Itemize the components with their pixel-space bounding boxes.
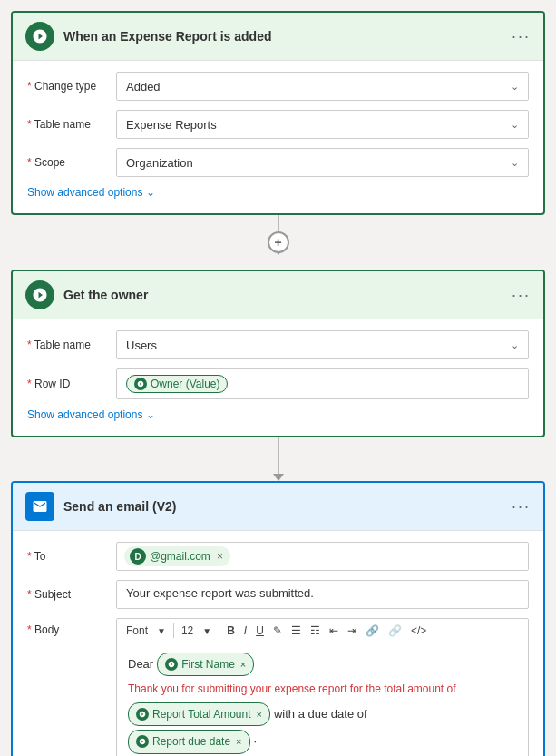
outlook-icon bbox=[25, 492, 54, 521]
total-line: Report Total Amount × with a due date of bbox=[128, 702, 517, 726]
with-due-text: with a due date of bbox=[274, 704, 367, 724]
connector-2 bbox=[273, 437, 284, 481]
table-name-row: Table name Expense Reports ⌄ bbox=[27, 110, 529, 139]
to-input[interactable]: D @gmail.com × bbox=[116, 542, 529, 571]
dear-text: Dear bbox=[128, 654, 153, 674]
bold-button[interactable]: B bbox=[223, 623, 239, 639]
change-type-label: Change type bbox=[27, 80, 109, 93]
step2-card: Send an email (V2) ··· To D @gmail.com ×… bbox=[11, 481, 545, 756]
unlink-button[interactable]: 🔗 bbox=[385, 623, 405, 639]
trigger-menu[interactable]: ··· bbox=[512, 27, 531, 46]
link-button[interactable]: 🔗 bbox=[362, 623, 383, 639]
change-type-chevron: ⌄ bbox=[511, 81, 519, 93]
connector-arrow-2 bbox=[273, 474, 284, 481]
font-select[interactable]: Font bbox=[122, 623, 151, 639]
body-content: Dear First Name × Thank you for submitti… bbox=[117, 643, 528, 756]
align-left-button[interactable]: ⇤ bbox=[326, 623, 342, 639]
report-due-chip: Report due date × bbox=[128, 730, 250, 753]
first-name-chip-icon bbox=[165, 658, 178, 671]
to-row: To D @gmail.com × bbox=[27, 542, 529, 571]
scope-input[interactable]: Organization ⌄ bbox=[116, 148, 529, 177]
trigger-icon bbox=[25, 22, 54, 51]
size-chevron[interactable]: ▼ bbox=[199, 624, 215, 638]
align-right-button[interactable]: ⇥ bbox=[344, 623, 360, 639]
font-size[interactable]: 12 bbox=[178, 623, 197, 639]
owner-chip-icon bbox=[134, 378, 147, 390]
report-total-chip: Report Total Amount × bbox=[128, 702, 270, 726]
toolbar-sep1 bbox=[173, 623, 174, 638]
code-button[interactable]: </> bbox=[407, 623, 430, 639]
italic-button[interactable]: I bbox=[240, 623, 250, 639]
scope-row: Scope Organization ⌄ bbox=[27, 148, 529, 177]
step1-advanced-label: Show advanced options bbox=[27, 408, 142, 421]
first-name-chip: First Name × bbox=[157, 653, 254, 676]
thank-you-line: Thank you for submitting your expense re… bbox=[128, 680, 517, 698]
due-date-line: Report due date × · bbox=[128, 730, 517, 753]
body-label: Body bbox=[27, 623, 109, 636]
step1-table-input[interactable]: Users ⌄ bbox=[116, 330, 529, 359]
trigger-advanced-label: Show advanced options bbox=[27, 186, 142, 199]
add-step-button[interactable]: + bbox=[268, 231, 289, 253]
owner-chip-label: Owner (Value) bbox=[151, 378, 219, 390]
list-ul-button[interactable]: ☰ bbox=[288, 623, 305, 639]
change-type-value: Added bbox=[126, 80, 161, 93]
scope-label: Scope bbox=[27, 156, 109, 169]
report-total-label: Report Total Amount bbox=[152, 705, 251, 723]
first-name-chip-close[interactable]: × bbox=[240, 656, 246, 673]
owner-chip: Owner (Value) bbox=[126, 375, 228, 393]
step1-table-value: Users bbox=[126, 339, 157, 352]
report-due-close[interactable]: × bbox=[236, 733, 241, 751]
step2-menu[interactable]: ··· bbox=[512, 497, 531, 516]
body-toolbar: Font ▼ 12 ▼ B I U ✎ ☰ ☶ ⇤ ⇥ 🔗 bbox=[117, 619, 528, 643]
step1-rowid-row: Row ID Owner (Value) bbox=[27, 368, 529, 399]
list-ol-button[interactable]: ☶ bbox=[307, 623, 324, 639]
font-chevron[interactable]: ▼ bbox=[153, 624, 170, 638]
table-name-label: Table name bbox=[27, 118, 109, 131]
first-name-chip-label: First Name bbox=[181, 655, 235, 673]
step1-rowid-label: Row ID bbox=[27, 378, 109, 390]
dot-text: · bbox=[254, 731, 258, 751]
highlight-button[interactable]: ✎ bbox=[269, 623, 286, 639]
step2-header: Send an email (V2) ··· bbox=[13, 483, 543, 531]
to-label: To bbox=[27, 550, 109, 563]
email-avatar: D bbox=[130, 548, 146, 565]
step1-table-label: Table name bbox=[27, 339, 109, 351]
step1-table-chevron: ⌄ bbox=[511, 339, 519, 351]
thank-you-text: Thank you for submitting your expense re… bbox=[128, 680, 456, 698]
body-row: Body Font ▼ 12 ▼ B I U ✎ ☰ ☶ bbox=[27, 618, 529, 756]
body-editor[interactable]: Font ▼ 12 ▼ B I U ✎ ☰ ☶ ⇤ ⇥ 🔗 bbox=[116, 618, 529, 756]
step1-table-row: Table name Users ⌄ bbox=[27, 330, 529, 359]
subject-row: Subject Your expense report was submitte… bbox=[27, 580, 529, 609]
trigger-title: When an Expense Report is added bbox=[63, 29, 502, 44]
subject-label: Subject bbox=[27, 588, 109, 601]
step2-body: To D @gmail.com × Subject Your expense r… bbox=[13, 531, 543, 756]
report-due-chip-icon bbox=[136, 735, 149, 748]
step1-icon bbox=[25, 280, 54, 309]
email-chip-close[interactable]: × bbox=[217, 550, 223, 563]
step1-title: Get the owner bbox=[63, 288, 502, 302]
scope-chevron: ⌄ bbox=[511, 157, 519, 169]
subject-input[interactable]: Your expense report was submitted. bbox=[116, 580, 529, 609]
trigger-header: When an Expense Report is added ··· bbox=[13, 13, 543, 61]
subject-value: Your expense report was submitted. bbox=[126, 586, 314, 600]
report-total-chip-icon bbox=[136, 708, 149, 721]
connector-2-line bbox=[278, 437, 279, 474]
table-name-value: Expense Reports bbox=[126, 118, 217, 132]
email-chip: D @gmail.com × bbox=[124, 546, 230, 566]
change-type-input[interactable]: Added ⌄ bbox=[116, 72, 529, 101]
trigger-advanced-chevron: ⌄ bbox=[146, 186, 155, 199]
table-name-input[interactable]: Expense Reports ⌄ bbox=[116, 110, 529, 139]
change-type-row: Change type Added ⌄ bbox=[27, 72, 529, 101]
flow-container: When an Expense Report is added ··· Chan… bbox=[11, 11, 545, 756]
connector-line-top bbox=[278, 215, 279, 231]
step1-advanced[interactable]: Show advanced options ⌄ bbox=[27, 408, 529, 421]
report-due-label: Report due date bbox=[152, 732, 230, 751]
step1-rowid-input[interactable]: Owner (Value) bbox=[116, 368, 529, 399]
step1-body: Table name Users ⌄ Row ID Owner (Value) bbox=[13, 319, 543, 436]
underline-button[interactable]: U bbox=[252, 623, 268, 639]
trigger-body: Change type Added ⌄ Table name Expense R… bbox=[13, 61, 543, 213]
step1-menu[interactable]: ··· bbox=[512, 286, 531, 305]
trigger-advanced[interactable]: Show advanced options ⌄ bbox=[27, 186, 529, 199]
report-total-close[interactable]: × bbox=[257, 706, 262, 723]
scope-value: Organization bbox=[126, 156, 193, 170]
